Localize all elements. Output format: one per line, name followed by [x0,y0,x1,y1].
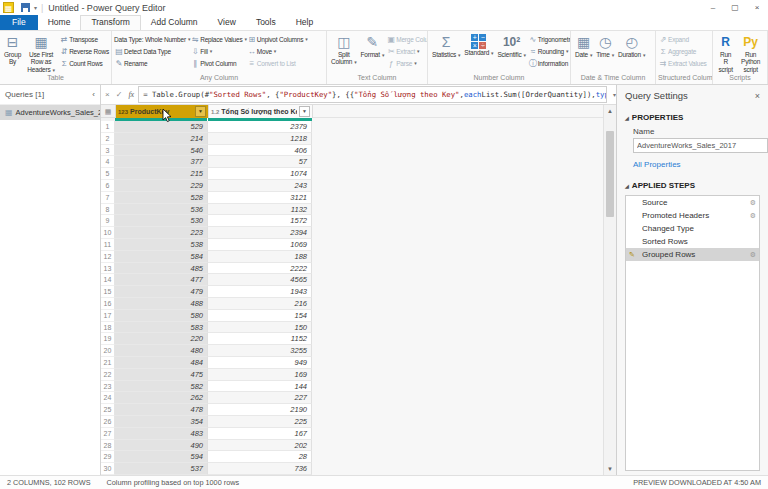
cell-productkey[interactable]: 229 [115,180,208,192]
cell-productkey[interactable]: 490 [115,440,208,452]
cell-productkey[interactable]: 484 [115,357,208,369]
quick-access-caret-icon[interactable]: ▾ [34,4,37,11]
applied-steps-section-header[interactable]: ◢ APPLIED STEPS [625,181,760,190]
row-number[interactable]: 5 [101,168,115,180]
cell-productkey[interactable]: 583 [115,322,208,334]
cell-total[interactable]: 216 [208,298,312,310]
row-number[interactable]: 15 [101,286,115,298]
applied-step-changed-type[interactable]: Changed Type [626,222,759,235]
cell-productkey[interactable]: 540 [115,145,208,157]
cell-productkey[interactable]: 580 [115,310,208,322]
scroll-down-icon[interactable]: ▼ [607,463,613,475]
cell-total[interactable]: 406 [208,145,312,157]
row-number[interactable]: 20 [101,345,115,357]
formula-expand-icon[interactable]: ▾ [609,91,616,98]
cell-total[interactable]: 188 [208,251,312,263]
cell-productkey[interactable]: 483 [115,428,208,440]
cell-productkey[interactable]: 475 [115,369,208,381]
unpivot-columns-button[interactable]: ⊞Unpivot Columns▾ [247,33,308,45]
queries-collapse-icon[interactable]: ‹ [92,90,95,99]
row-number[interactable]: 23 [101,381,115,393]
row-number[interactable]: 28 [101,440,115,452]
row-number[interactable]: 30 [101,463,115,475]
status-profiling[interactable]: Column profiling based on top 1000 rows [107,478,240,487]
minimize-button[interactable]: – [702,0,724,15]
settings-close-icon[interactable]: × [755,91,760,101]
cell-productkey[interactable]: 584 [115,251,208,263]
cell-productkey[interactable]: 488 [115,298,208,310]
row-number[interactable]: 1 [101,121,115,133]
cell-productkey[interactable]: 262 [115,392,208,404]
cell-productkey[interactable]: 536 [115,204,208,216]
pivot-column-button[interactable]: ∥Pivot Column [190,57,247,69]
all-properties-link[interactable]: All Properties [633,160,760,169]
formula-cancel-icon[interactable]: × [105,90,110,99]
cell-total[interactable]: 243 [208,180,312,192]
cell-productkey[interactable]: 594 [115,451,208,463]
row-number[interactable]: 17 [101,310,115,322]
fill-button[interactable]: ⇩Fill▾ [190,45,247,57]
cell-productkey[interactable]: 528 [115,192,208,204]
detect-data-type-button[interactable]: ▤Detect Data Type [114,45,190,57]
data-type-whole-number-button[interactable]: Data Type: Whole Number▾ [114,33,190,45]
whole-number-type-icon[interactable]: 123 [118,109,128,115]
cell-total[interactable]: 144 [208,381,312,393]
tab-help[interactable]: Help [286,15,323,30]
row-number[interactable]: 26 [101,416,115,428]
column-filter-dropdown-icon[interactable]: ▼ [195,106,206,117]
tab-transform[interactable]: Transform [80,15,140,30]
row-number[interactable]: 9 [101,215,115,227]
cell-productkey[interactable]: 354 [115,416,208,428]
run-python-script-button[interactable]: PyRun Python script [736,33,765,73]
cell-productkey[interactable]: 220 [115,333,208,345]
formula-input[interactable]: = Table.Group(#"Sorted Rows", {"ProductK… [138,86,607,103]
row-number[interactable]: 21 [101,357,115,369]
tab-add-column[interactable]: Add Column [141,15,208,30]
decimal-type-icon[interactable]: 1.2 [211,109,219,115]
cell-total[interactable]: 225 [208,416,312,428]
formula-check-icon[interactable]: ✓ [116,90,123,99]
cell-total[interactable]: 2190 [208,404,312,416]
cell-productkey[interactable]: 530 [115,215,208,227]
cell-total[interactable]: 4565 [208,274,312,286]
cell-total[interactable]: 57 [208,156,312,168]
row-number[interactable]: 4 [101,156,115,168]
reverse-rows-button[interactable]: ⇵Reverse Rows [59,45,109,57]
replace-values-button[interactable]: ⇋Replace Values▾ [190,33,247,45]
use-first-row-as-headers-button[interactable]: ▦Use First Row as Headers▾ [23,33,59,74]
cell-total[interactable]: 1943 [208,286,312,298]
cell-productkey[interactable]: 582 [115,381,208,393]
transpose-button[interactable]: ⇄Transpose [59,33,109,45]
row-number[interactable]: 19 [101,333,115,345]
column-header-total[interactable]: 1.2 Tổng Số lượng theo Key ▼ [209,105,313,118]
row-number[interactable]: 3 [101,145,115,157]
query-item[interactable]: ▦AdventureWorks_Sales_2... [0,105,100,120]
cell-total[interactable]: 1069 [208,239,312,251]
cell-total[interactable]: 1572 [208,215,312,227]
trigonometry-button[interactable]: ∿Trigonometry▾ [528,33,571,45]
scientific-button[interactable]: 10²Scientific▾ [495,33,527,59]
cell-total[interactable]: 1152 [208,333,312,345]
cell-total[interactable]: 1218 [208,133,312,145]
row-number[interactable]: 25 [101,404,115,416]
maximize-button[interactable]: ▢ [724,0,746,15]
row-number[interactable]: 16 [101,298,115,310]
cell-total[interactable]: 2222 [208,263,312,275]
row-number[interactable]: 8 [101,204,115,216]
rename-button[interactable]: ✎Rename [114,57,190,69]
applied-step-grouped-rows[interactable]: ✎Grouped Rows⚙ [626,248,759,261]
cell-productkey[interactable]: 538 [115,239,208,251]
row-number[interactable]: 2 [101,133,115,145]
applied-step-promoted-headers[interactable]: Promoted Headers⚙ [626,209,759,222]
cell-productkey[interactable]: 529 [115,121,208,133]
close-button[interactable]: × [746,0,768,15]
cell-total[interactable]: 2379 [208,121,312,133]
cell-productkey[interactable]: 223 [115,227,208,239]
row-number[interactable]: 29 [101,451,115,463]
tab-view[interactable]: View [208,15,246,30]
information-button[interactable]: ⓘInformation▾ [528,57,571,69]
row-number[interactable]: 6 [101,180,115,192]
split-column-button[interactable]: ◫Split Column▾ [329,33,359,66]
cell-total[interactable]: 150 [208,322,312,334]
group-by-button[interactable]: ⊟Group By [2,33,23,66]
